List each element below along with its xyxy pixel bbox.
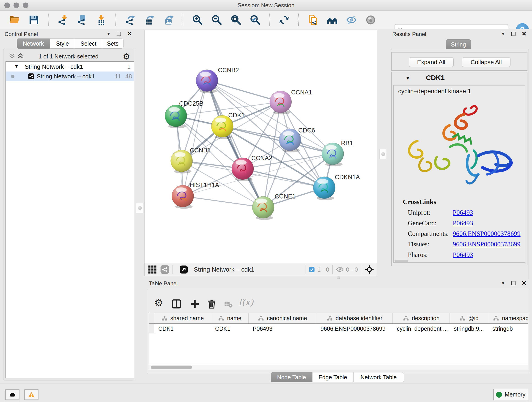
- network-tree-row[interactable]: ▼String Network – cdk11: [6, 62, 134, 71]
- tab-network[interactable]: Network: [17, 38, 50, 49]
- node-CCNB2[interactable]: CCNB2: [196, 67, 239, 93]
- save-session-button[interactable]: [28, 14, 39, 26]
- show-grid-icon[interactable]: [148, 265, 157, 274]
- network-tree-row[interactable]: String Network – cdk11148: [6, 71, 134, 81]
- table-hscrollbar[interactable]: [149, 365, 528, 370]
- zoom-fit-button[interactable]: [230, 14, 241, 26]
- panel-menu-icon[interactable]: ▼: [501, 32, 505, 36]
- open-session-button[interactable]: [9, 14, 20, 26]
- cell--id[interactable]: stringdb:9...: [450, 324, 488, 333]
- column-header-database-identifier[interactable]: database identifier: [317, 313, 393, 323]
- tab-select[interactable]: Select: [75, 38, 102, 49]
- float-panel-icon[interactable]: [117, 32, 121, 36]
- column-header--id[interactable]: @id: [450, 313, 488, 323]
- protein-header-row[interactable]: ▼ CDK1: [392, 72, 527, 84]
- cell-database-identifier[interactable]: 9606.ENSP00000378699: [317, 324, 393, 333]
- cell-shared-name[interactable]: CDK1: [154, 324, 211, 333]
- edge-CCNA2-CDKN1A[interactable]: [243, 169, 324, 188]
- crosslink-link[interactable]: 9606.ENSP00000378699: [453, 240, 520, 248]
- column-header-namespace[interactable]: namespace: [488, 313, 528, 323]
- column-label: database identifier: [336, 315, 382, 322]
- tab-network-table[interactable]: Network Table: [353, 372, 404, 382]
- network-share-icon[interactable]: [160, 265, 169, 274]
- close-panel-icon[interactable]: ✕: [521, 280, 526, 287]
- close-panel-icon[interactable]: ✕: [521, 30, 526, 37]
- crosslink-link[interactable]: P06493: [453, 251, 473, 258]
- left-splitter-handle[interactable]: [136, 203, 143, 213]
- cell-name[interactable]: CDK1: [211, 324, 249, 333]
- right-splitter[interactable]: [377, 30, 390, 263]
- crosslink-label: Pharos:: [408, 251, 453, 259]
- tab-sets[interactable]: Sets: [102, 38, 123, 49]
- float-panel-icon[interactable]: [511, 281, 515, 285]
- float-panel-icon[interactable]: [511, 32, 515, 36]
- edge-HIST1H1A-CCNE1[interactable]: [183, 196, 263, 207]
- crosslink-link[interactable]: P06493: [453, 209, 473, 216]
- tab-string[interactable]: String: [446, 39, 471, 50]
- collapse-all-button[interactable]: Collapse All: [462, 57, 510, 67]
- table-row[interactable]: CDK1CDK1P064939606.ENSP00000378699cyclin…: [149, 324, 528, 333]
- select-columns-icon[interactable]: [171, 299, 182, 309]
- first-neighbors-button[interactable]: [327, 14, 338, 26]
- network-options-gear-icon[interactable]: ⚙: [123, 52, 130, 61]
- export-table-button[interactable]: [144, 14, 155, 26]
- node-CCNA1[interactable]: CCNA1: [270, 89, 312, 114]
- zoom-selected-button[interactable]: [250, 14, 261, 26]
- tab-node-table[interactable]: Node Table: [271, 372, 312, 382]
- column-header-canonical-name[interactable]: canonical name: [249, 313, 317, 323]
- memory-button[interactable]: Memory: [493, 389, 528, 400]
- export-image-button[interactable]: [163, 14, 174, 26]
- close-panel-icon[interactable]: ✕: [127, 30, 132, 37]
- add-column-icon[interactable]: [190, 299, 200, 309]
- import-network-database-button[interactable]: [76, 14, 88, 26]
- cloud-button[interactable]: [5, 389, 19, 400]
- delete-column-icon[interactable]: [206, 299, 217, 309]
- refresh-view-button[interactable]: [279, 14, 290, 26]
- node-CDK1[interactable]: CDK1: [211, 112, 245, 139]
- crosslink-link[interactable]: 9606.ENSP00000378699: [453, 230, 520, 237]
- birdseye-crosshair-icon[interactable]: [365, 265, 374, 274]
- node-HIST1H1A[interactable]: HIST1H1A: [172, 182, 219, 209]
- crosslink-link[interactable]: P06493: [453, 219, 473, 227]
- network-graph[interactable]: CCNB2CCNA1CDC25BCDK1CDC6RB1CCNB1CCNA2CDK…: [145, 30, 377, 263]
- table-hscrollbar-thumb[interactable]: [151, 366, 192, 369]
- expand-caret-icon[interactable]: ▼: [14, 64, 19, 69]
- import-table-file-button[interactable]: [96, 14, 107, 26]
- tab-style[interactable]: Style: [50, 38, 75, 49]
- string-network-icon: [28, 73, 34, 80]
- edge-CDK1-RB1[interactable]: [222, 126, 333, 154]
- node-CCNB1[interactable]: CCNB1: [171, 147, 211, 173]
- node-label-CDKN1A: CDKN1A: [335, 174, 360, 181]
- hide-selected-button[interactable]: [346, 14, 357, 26]
- cell-description[interactable]: cyclin–dependent ...: [393, 324, 450, 333]
- edge-CCNB2-HIST1H1A[interactable]: [183, 81, 207, 196]
- zoom-in-button[interactable]: [192, 14, 203, 26]
- zoom-out-button[interactable]: [211, 14, 222, 26]
- panel-menu-icon[interactable]: ▼: [501, 281, 505, 286]
- selected-checkbox-icon[interactable]: [309, 266, 315, 273]
- table-tabs: Node TableEdge TableNetwork Table: [271, 372, 404, 382]
- left-splitter[interactable]: [135, 30, 144, 382]
- node-RB1[interactable]: RB1: [322, 140, 353, 166]
- detach-view-button[interactable]: [179, 265, 188, 274]
- expand-all-button[interactable]: Expand All: [409, 57, 454, 67]
- show-all-button[interactable]: [365, 14, 376, 26]
- column-header-description[interactable]: description: [393, 313, 450, 323]
- network-canvas[interactable]: CCNB2CCNA1CDC25BCDK1CDC6RB1CCNB1CCNA2CDK…: [144, 30, 377, 263]
- cell-canonical-name[interactable]: P06493: [249, 324, 317, 333]
- inner-scrollbar-thumb[interactable]: [394, 260, 408, 262]
- panel-menu-icon[interactable]: ▼: [106, 32, 111, 36]
- column-header-shared-name[interactable]: shared name: [154, 313, 211, 323]
- cell-namespace[interactable]: stringdb: [488, 324, 528, 333]
- export-network-button[interactable]: [125, 14, 136, 26]
- node-label-CCNB1: CCNB1: [190, 147, 211, 154]
- warnings-button[interactable]: [24, 389, 38, 400]
- right-splitter-handle[interactable]: [380, 149, 387, 159]
- node-CDKN1A[interactable]: CDKN1A: [313, 174, 360, 200]
- table-options-gear-icon[interactable]: ⚙: [154, 297, 163, 308]
- column-header-name[interactable]: name: [211, 313, 249, 323]
- tab-edge-table[interactable]: Edge Table: [312, 372, 353, 382]
- collapse-protein-icon[interactable]: ▼: [405, 75, 410, 81]
- duplicate-network-button[interactable]: [307, 14, 318, 26]
- import-network-file-button[interactable]: [57, 14, 68, 26]
